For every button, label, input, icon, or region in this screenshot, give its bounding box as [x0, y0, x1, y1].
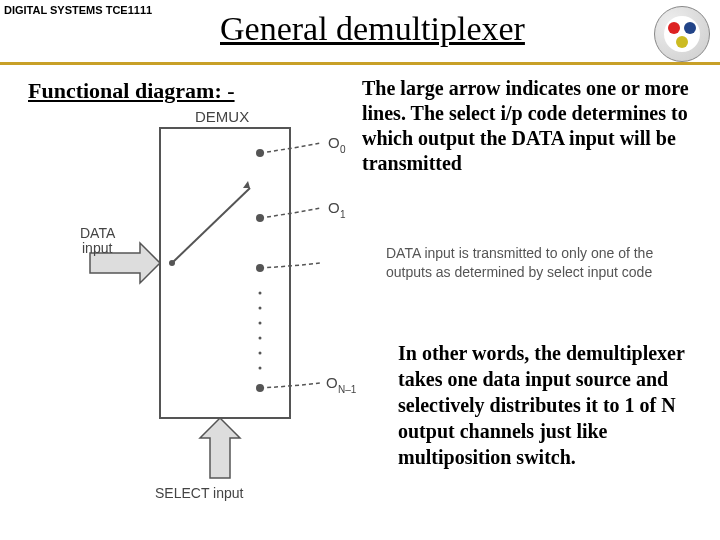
- select-input-label: SELECT input: [155, 485, 244, 501]
- demux-diagram: DEMUX DATA input O 0 O 1 O N–1 SELECT in…: [60, 108, 380, 508]
- svg-marker-15: [200, 418, 240, 478]
- svg-point-10: [259, 307, 262, 310]
- data-input-label2: input: [82, 240, 112, 256]
- svg-point-13: [259, 352, 262, 355]
- demux-label: DEMUX: [195, 108, 249, 125]
- output-n-sub: N–1: [338, 384, 357, 395]
- note-text: The large arrow indicates one or more li…: [362, 76, 708, 176]
- header-divider: [0, 62, 720, 65]
- data-input-label: DATA: [80, 225, 116, 241]
- output-n-label: O: [326, 374, 338, 391]
- svg-rect-0: [160, 128, 290, 418]
- svg-point-12: [259, 337, 262, 340]
- page-title: General demultiplexer: [220, 10, 525, 48]
- summary-paragraph: In other words, the demultiplexer takes …: [398, 340, 698, 470]
- output-1-label: O: [328, 199, 340, 216]
- diagram-caption: DATA input is transmitted to only one of…: [386, 244, 676, 282]
- course-label: DIGITAL SYSTEMS TCE1111: [4, 4, 152, 16]
- section-heading: Functional diagram: -: [28, 78, 235, 104]
- institution-logo: [654, 6, 710, 62]
- svg-point-9: [259, 292, 262, 295]
- output-0-label: O: [328, 134, 340, 151]
- output-0-sub: 0: [340, 144, 346, 155]
- svg-marker-4: [243, 181, 250, 188]
- svg-point-14: [259, 367, 262, 370]
- svg-line-3: [172, 188, 250, 263]
- output-1-sub: 1: [340, 209, 346, 220]
- svg-point-11: [259, 322, 262, 325]
